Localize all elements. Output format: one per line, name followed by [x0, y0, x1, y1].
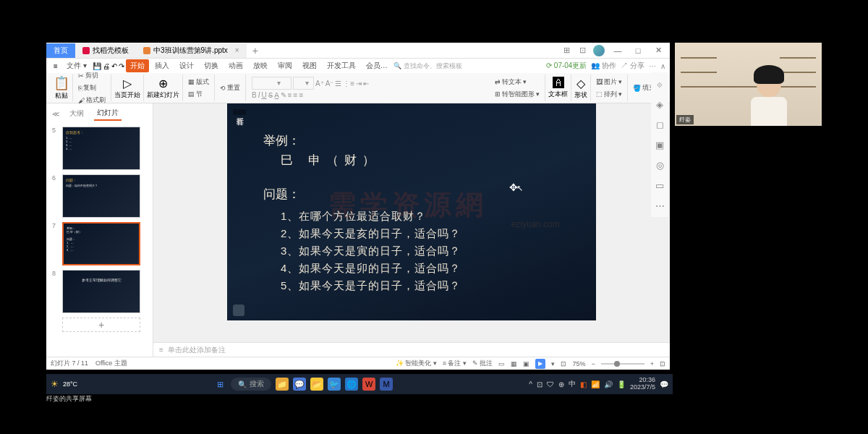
font-color-button[interactable]: A̲	[274, 91, 279, 99]
paste-button[interactable]: 粘贴	[55, 91, 68, 101]
menu-slideshow[interactable]: 放映	[249, 59, 272, 72]
thumb-5[interactable]: 5 自我思考：1. ...2. ...3. ...4. ...	[52, 127, 147, 170]
font-size[interactable]: ▾	[293, 77, 314, 90]
menu-hamburger[interactable]: ≡	[51, 61, 61, 72]
menu-chevron-icon[interactable]: ∧	[660, 62, 665, 70]
slides-tab[interactable]: 幻灯片	[94, 106, 122, 121]
menu-dev[interactable]: 开发工具	[323, 59, 360, 72]
italic-button[interactable]: I	[258, 91, 260, 99]
rt-icon-7[interactable]: ⋯	[654, 200, 665, 211]
zoom-slider[interactable]	[601, 363, 644, 365]
reset-button[interactable]: ⟲ 重置	[218, 82, 242, 93]
comments-button[interactable]: ✎ 批注	[472, 359, 493, 368]
section-button[interactable]: ▤ 节	[186, 89, 205, 100]
shape-button[interactable]: 形状	[574, 90, 587, 100]
update-label[interactable]: ⟳ 07-04更新	[546, 61, 587, 71]
menu-icon-undo[interactable]: ↶	[111, 62, 117, 70]
task-icon-5[interactable]: 🌐	[345, 378, 358, 391]
thumb-7[interactable]: 7 举例：巳 申（财）问题：1、...2、...3、...	[52, 222, 147, 265]
align-center-icon[interactable]: ≡	[294, 91, 298, 99]
rt-icon-1[interactable]: ⟐	[654, 78, 665, 90]
avatar[interactable]	[593, 45, 605, 56]
tray-notif-icon[interactable]: 💬	[660, 380, 668, 388]
task-icon-2[interactable]: 💬	[293, 378, 306, 391]
close-button[interactable]: ✕	[651, 46, 665, 55]
collapse-icon[interactable]: ≪	[52, 110, 59, 118]
outdent-icon[interactable]: ⇤	[363, 80, 369, 88]
tray-ime[interactable]: 中	[569, 379, 576, 389]
slide-canvas[interactable]: 哲科五行 需学资源網 eziyuan.com 举例： 巳 申（财） 问题： 1、…	[227, 103, 596, 320]
task-icon-4[interactable]: 🐦	[328, 378, 341, 391]
menu-icon-redo[interactable]: ↷	[119, 62, 124, 70]
layout-button[interactable]: ▦ 版式	[186, 77, 211, 88]
outline-tab[interactable]: 大纲	[67, 107, 87, 120]
maximize-button[interactable]: □	[631, 46, 645, 55]
strike-button[interactable]: S̶	[268, 91, 273, 99]
rt-icon-2[interactable]: ◈	[654, 98, 665, 110]
add-slide-button[interactable]: +	[62, 318, 140, 332]
picture-button[interactable]: 🖼 图片 ▾	[594, 77, 624, 88]
new-slide-button[interactable]: 新建幻灯片	[147, 90, 179, 100]
play-dropdown-icon[interactable]: ▾	[551, 360, 555, 367]
copy-button[interactable]: ⎘ 复制	[76, 82, 98, 93]
zoom-fit-icon[interactable]: ⊡	[561, 360, 566, 367]
tab-template[interactable]: 找稻壳模板	[75, 43, 136, 58]
slideshow-button[interactable]: ▶	[535, 359, 545, 369]
task-icon-6[interactable]: W	[362, 378, 375, 391]
taskbar-search[interactable]: 🔍 搜索	[231, 378, 271, 391]
tray-chevron-icon[interactable]: ^	[529, 380, 532, 388]
menu-animation[interactable]: 动画	[224, 59, 247, 72]
notes-toggle[interactable]: ≡ 备注 ▾	[443, 359, 467, 368]
thumb-8[interactable]: 8 参考正常理解如何调整它	[52, 270, 147, 313]
view-reading-icon[interactable]: ▣	[523, 360, 529, 367]
indent-icon[interactable]: ⇥	[356, 80, 362, 88]
tray-volume-icon[interactable]: 🔊	[604, 380, 613, 388]
task-icon-3[interactable]: 📂	[310, 378, 323, 391]
bold-button[interactable]: B	[252, 91, 257, 99]
play-current-button[interactable]: 当页开始	[114, 90, 140, 100]
convert-smart-button[interactable]: ⊞ 转智能图形 ▾	[493, 89, 542, 100]
slide-corner-icon[interactable]	[233, 305, 244, 316]
tray-wifi-icon[interactable]: 📶	[591, 380, 600, 388]
zoom-out-button[interactable]: −	[591, 360, 595, 367]
notes-bar[interactable]: ≡ 单击此处添加备注	[153, 342, 670, 357]
share-button[interactable]: ↗ 分享	[621, 61, 644, 71]
tab-close-icon[interactable]: ×	[235, 46, 239, 54]
bullets-icon[interactable]: ☰	[335, 80, 341, 88]
font-increase[interactable]: A⁺	[315, 80, 324, 88]
rt-icon-3[interactable]: ◻	[654, 119, 665, 130]
minimize-button[interactable]: —	[610, 46, 625, 55]
underline-button[interactable]: U	[261, 91, 266, 99]
coop-button[interactable]: 👥 协作	[591, 61, 616, 71]
view-sorter-icon[interactable]: ▦	[511, 360, 517, 367]
font-decrease[interactable]: A⁻	[326, 80, 334, 88]
command-search[interactable]: 🔍 查找命令、搜索模板	[393, 61, 462, 71]
task-icon-7[interactable]: M	[380, 378, 393, 391]
font-select[interactable]: ▾	[252, 77, 292, 90]
temperature[interactable]: 28°C	[63, 380, 77, 388]
thumb-6[interactable]: 6 问题：问题：如何不能变明天？	[52, 174, 147, 218]
clock[interactable]: 20:36 2023/7/5	[630, 377, 655, 391]
numbering-icon[interactable]: ⋮≡	[343, 80, 354, 88]
menu-member[interactable]: 会员…	[362, 59, 392, 72]
highlight-button[interactable]: ✎	[281, 91, 286, 99]
align-right-icon[interactable]: ≡	[299, 91, 303, 99]
menu-start[interactable]: 开始	[126, 59, 149, 72]
rt-icon-4[interactable]: ▣	[654, 139, 665, 150]
cut-button[interactable]: ✂ 剪切	[76, 70, 101, 81]
rt-icon-5[interactable]: ◎	[654, 159, 665, 171]
tray-icon-2[interactable]: 🛡	[547, 380, 554, 388]
tab-home[interactable]: 首页	[46, 43, 75, 58]
tray-icon-4[interactable]: ◧	[580, 380, 587, 388]
align-left-icon[interactable]: ≡	[288, 91, 292, 99]
tray-icon-1[interactable]: ⊡	[537, 380, 542, 388]
beautify-button[interactable]: ✨ 智能美化 ▾	[396, 359, 437, 368]
task-icon-1[interactable]: 📁	[276, 378, 289, 391]
arrange-button[interactable]: ⬚ 排列 ▾	[594, 89, 624, 100]
tab-plus-icon[interactable]: +	[247, 45, 264, 56]
menu-view[interactable]: 视图	[298, 59, 321, 72]
rt-icon-6[interactable]: ▭	[654, 179, 665, 191]
textbox-button[interactable]: 文本框	[548, 90, 568, 99]
apps-icon[interactable]: ⊡	[577, 46, 587, 56]
zoom-in-button[interactable]: +	[650, 360, 654, 367]
